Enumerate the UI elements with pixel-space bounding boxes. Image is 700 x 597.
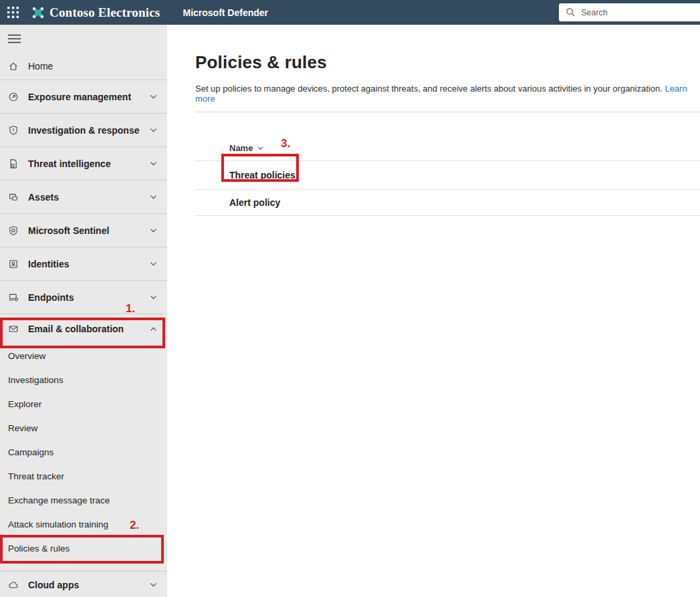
chevron-down-icon: [149, 580, 158, 589]
chevron-down-icon: [149, 259, 158, 268]
devices-icon: [8, 192, 19, 203]
hamburger-icon: [8, 34, 21, 43]
sidebar-item-label: Cloud apps: [28, 580, 149, 590]
global-search[interactable]: [559, 3, 700, 21]
chevron-down-icon: [149, 193, 158, 201]
page-title: Policies & rules: [195, 52, 700, 73]
contact-card-icon: [8, 259, 19, 269]
app-title: Microsoft Defender: [183, 7, 268, 18]
sidebar-subitem-explorer[interactable]: Explorer: [0, 392, 167, 416]
sidebar-item-investigation-response[interactable]: Investigation & response: [0, 114, 167, 147]
table-row-alert-policy[interactable]: Alert policy: [195, 190, 700, 216]
waffle-icon: [7, 6, 19, 19]
sidebar-subitem-overview[interactable]: Overview: [0, 344, 167, 368]
page-description-text: Set up policies to manage devices, prote…: [195, 84, 663, 94]
main-content: Policies & rules Set up policies to mana…: [167, 25, 700, 597]
sidebar-subitem-investigations[interactable]: Investigations: [0, 368, 167, 392]
chevron-up-icon: [149, 325, 158, 334]
envelope-icon: [8, 324, 19, 334]
collapse-nav-button[interactable]: [8, 34, 21, 43]
sidebar-item-exposure-management[interactable]: Exposure management: [0, 80, 167, 114]
sidebar-item-home[interactable]: Home: [0, 53, 167, 80]
sidebar-item-endpoints[interactable]: Endpoints: [0, 281, 167, 314]
search-icon: [566, 7, 576, 17]
sidebar-item-label: Endpoints: [28, 292, 149, 303]
org-name: Contoso Electronics: [49, 5, 160, 20]
sidebar-item-cloud-apps[interactable]: Cloud apps: [0, 572, 167, 597]
cloud-icon: [8, 580, 19, 590]
sidebar-item-label: Exposure management: [28, 92, 149, 102]
sidebar-item-assets[interactable]: Assets: [0, 181, 167, 214]
shield-alert-icon: [8, 125, 19, 136]
sidebar-item-identities[interactable]: Identities: [0, 247, 167, 281]
sidebar-item-label: Home: [28, 61, 158, 72]
chevron-down-icon: [149, 293, 158, 302]
sidebar-item-label: Identities: [28, 259, 149, 269]
table-column-header-name[interactable]: Name: [195, 143, 700, 161]
app-launcher-button[interactable]: [0, 0, 25, 25]
threat-intelligence-icon: [8, 158, 19, 169]
sidebar-item-label: Threat intelligence: [28, 158, 149, 169]
contoso-logo-icon: [31, 5, 45, 20]
sentinel-shield-icon: [8, 225, 19, 236]
left-navigation: Home Exposure management Investigation &…: [0, 25, 167, 597]
sidebar-item-label: Investigation & response: [28, 125, 149, 136]
chevron-down-icon: [149, 126, 158, 134]
sidebar-item-label: Email & collaboration: [28, 324, 149, 334]
table-row-threat-policies[interactable]: Threat policies: [195, 161, 700, 190]
sidebar-subitem-review[interactable]: Review: [0, 416, 167, 440]
divider: [195, 112, 700, 112]
endpoint-device-icon: [8, 292, 19, 303]
sidebar-item-label: Microsoft Sentinel: [28, 225, 149, 236]
sidebar-item-microsoft-sentinel[interactable]: Microsoft Sentinel: [0, 214, 167, 247]
sidebar-subitem-attack-simulation-training[interactable]: Attack simulation training: [0, 512, 167, 536]
sidebar-subitem-campaigns[interactable]: Campaigns: [0, 440, 167, 464]
sidebar-subitem-exchange-message-trace[interactable]: Exchange message trace: [0, 488, 167, 512]
sidebar-item-threat-intelligence[interactable]: Threat intelligence: [0, 147, 167, 181]
org-brand[interactable]: Contoso Electronics: [31, 5, 160, 20]
sort-chevron-icon: [257, 144, 264, 152]
chevron-down-icon: [149, 159, 158, 168]
chevron-down-icon: [149, 226, 158, 235]
column-header-label: Name: [229, 143, 253, 153]
chevron-down-icon: [149, 92, 158, 101]
page-description: Set up policies to manage devices, prote…: [195, 84, 700, 104]
sidebar-item-email-collaboration[interactable]: Email & collaboration: [0, 314, 167, 344]
sidebar-subitem-threat-tracker[interactable]: Threat tracker: [0, 464, 167, 488]
sidebar-item-label: Assets: [28, 192, 149, 203]
search-input[interactable]: [581, 8, 681, 17]
top-app-bar: Contoso Electronics Microsoft Defender: [0, 0, 700, 25]
exposure-management-icon: [8, 92, 19, 102]
home-icon: [8, 61, 19, 72]
sidebar-subitem-policies-rules[interactable]: Policies & rules: [0, 536, 167, 560]
